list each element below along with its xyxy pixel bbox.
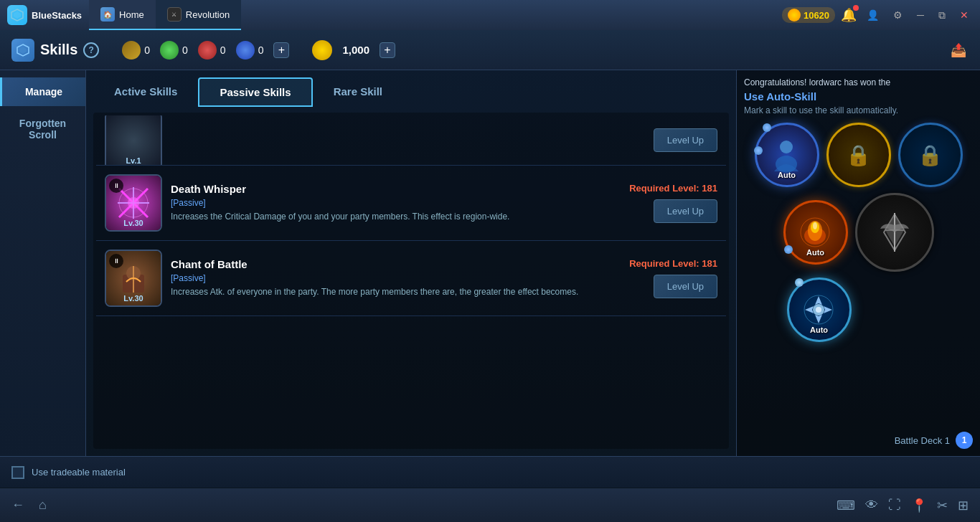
minimize-button[interactable]: ─: [913, 8, 928, 22]
grid-icon[interactable]: ⊞: [958, 498, 969, 513]
eye-icon[interactable]: 👁: [865, 498, 878, 513]
death-whisper-icon-wrap: ⏸ Lv.30: [105, 174, 162, 232]
skills-content: Active Skills Passive Skills Rare Skill …: [86, 70, 736, 456]
coin-icon: [788, 9, 801, 22]
restore-button[interactable]: ⧉: [934, 8, 950, 23]
slot-locked-blue[interactable]: 🔒: [898, 123, 963, 187]
battle-deck-label: Battle Deck 1: [895, 435, 950, 446]
bottombar-right: ⌨ 👁 ⛶ 📍 ✂ ⊞: [837, 498, 969, 513]
page-title: Skills: [40, 42, 77, 58]
coins-area: 1,000 +: [312, 40, 395, 60]
sidebar: Manage Forgotten Scroll: [0, 70, 86, 456]
svg-point-13: [780, 141, 793, 153]
slot-row-3: Auto: [744, 277, 973, 342]
auto-skill-title: Use Auto-Skill: [744, 90, 973, 103]
help-icon[interactable]: ?: [83, 42, 99, 58]
auto-skill-sub: Mark a skill to use the skill automatica…: [744, 105, 973, 115]
slot-blue-char[interactable]: Auto: [755, 123, 819, 187]
back-icon[interactable]: [11, 39, 34, 62]
app-logo-area: BlueStacks: [0, 5, 89, 25]
slot-row-1: Auto 🔒 🔒: [744, 123, 973, 187]
tab-active-skills[interactable]: Active Skills: [93, 77, 198, 107]
tab-rare-skill[interactable]: Rare Skill: [313, 77, 403, 107]
settings-icon[interactable]: ⚙: [889, 8, 907, 22]
game-main: Manage Forgotten Scroll Active Skills Pa…: [0, 70, 980, 456]
death-whisper-level-up-button[interactable]: Level Up: [654, 199, 717, 223]
game-coin-count: 1,000: [342, 44, 369, 56]
resources-bar: 0 0 0 0 +: [122, 41, 289, 60]
gem-blue-icon: [236, 41, 255, 60]
death-whisper-name: Death Whisper: [171, 183, 621, 195]
svg-marker-3: [19, 47, 27, 54]
slot-locked-gold[interactable]: 🔒: [826, 123, 891, 187]
chant-desc: Increases Atk. of everyone in the party.…: [171, 286, 621, 298]
skill-list: Lv.1 Level Up: [93, 113, 729, 449]
slot-weapon[interactable]: [855, 193, 934, 272]
notification-bell[interactable]: 🔔: [841, 7, 857, 23]
tab-revolution[interactable]: ⚔ Revolution: [156, 0, 241, 30]
skill-item-partial: Lv.1 Level Up: [96, 115, 726, 166]
add-resource-button[interactable]: +: [273, 42, 289, 58]
close-button[interactable]: ✕: [956, 8, 973, 22]
bottombar-left: ← ⌂: [11, 498, 47, 513]
home-tab-icon: 🏠: [100, 7, 115, 22]
map-icon[interactable]: 📍: [911, 498, 927, 513]
gem-green-resource: 0: [160, 41, 188, 60]
tradeable-checkbox[interactable]: [11, 466, 24, 479]
notification-dot: [853, 5, 859, 11]
slot-ice[interactable]: Auto: [787, 277, 852, 342]
tradeable-label: Use tradeable material: [32, 467, 126, 478]
bluestacks-bottombar: ← ⌂ ⌨ 👁 ⛶ 📍 ✂ ⊞: [0, 488, 980, 522]
export-icon[interactable]: 📤: [948, 40, 969, 60]
passive-skills-label: Passive Skills: [220, 86, 291, 98]
skill-item-chant-of-battle: ⏸ Lv.30 Chant of Battle [Passive] Increa…: [96, 241, 726, 316]
chant-level: Lv.30: [106, 294, 161, 303]
slot-dot-2: [754, 146, 763, 155]
svg-point-9: [128, 197, 139, 209]
revolution-tab-icon: ⚔: [167, 7, 182, 22]
svg-point-14: [776, 156, 797, 173]
book-resource: 0: [122, 41, 150, 60]
partial-level-up-button[interactable]: Level Up: [654, 128, 717, 152]
partial-skill-right: Level Up: [654, 128, 717, 152]
profile-icon[interactable]: 👤: [862, 8, 883, 22]
lock-icon-gold: 🔒: [846, 143, 871, 167]
death-whisper-info: Death Whisper [Passive] Increases the Cr…: [171, 183, 621, 223]
coin-display: 10620: [782, 7, 835, 23]
slot-fire[interactable]: Auto: [783, 200, 848, 265]
revolution-tab-label: Revolution: [186, 9, 230, 20]
scissors-icon[interactable]: ✂: [937, 498, 948, 513]
help-label: ?: [89, 45, 94, 55]
forgotten-scroll-label: Forgotten Scroll: [7, 118, 78, 141]
chant-pause: ⏸: [109, 254, 123, 268]
congrats-text: Congratulations! lordwarc has won the: [744, 77, 973, 87]
sidebar-item-forgotten-scroll[interactable]: Forgotten Scroll: [0, 109, 85, 149]
tab-home[interactable]: 🏠 Home: [89, 0, 156, 30]
active-skills-label: Active Skills: [114, 85, 177, 98]
lock-icon-blue: 🔒: [918, 143, 943, 167]
add-coins-button[interactable]: +: [380, 42, 395, 58]
gem-red-count: 0: [220, 44, 226, 56]
slot-fire-label: Auto: [806, 248, 824, 257]
chant-level-up-button[interactable]: Level Up: [654, 275, 717, 298]
chant-icon-wrap: ⏸ Lv.30: [105, 250, 162, 307]
chant-type: [Passive]: [171, 273, 621, 283]
book-icon: [122, 41, 141, 60]
gem-green-count: 0: [182, 44, 188, 56]
keyboard-icon[interactable]: ⌨: [837, 498, 855, 513]
gem-blue-resource: 0: [236, 41, 264, 60]
bluestacks-name: BlueStacks: [32, 10, 82, 21]
skill-item-death-whisper: ⏸ Lv.30 Death Whisper [Passive] Increase…: [96, 166, 726, 241]
home-tab-label: Home: [119, 9, 144, 20]
home-nav-icon[interactable]: ⌂: [39, 498, 47, 513]
tab-passive-skills[interactable]: Passive Skills: [198, 77, 312, 107]
tab-bar: 🏠 Home ⚔ Revolution: [89, 0, 782, 30]
skills-title-area: Skills ?: [11, 39, 99, 62]
svg-point-19: [813, 222, 817, 229]
back-nav-icon[interactable]: ←: [11, 498, 24, 513]
partial-skill-level: Lv.1: [106, 156, 161, 165]
sidebar-item-manage[interactable]: Manage: [0, 77, 85, 106]
slot-ice-dot: [795, 278, 804, 287]
expand-icon[interactable]: ⛶: [888, 498, 901, 513]
svg-point-23: [816, 307, 821, 313]
